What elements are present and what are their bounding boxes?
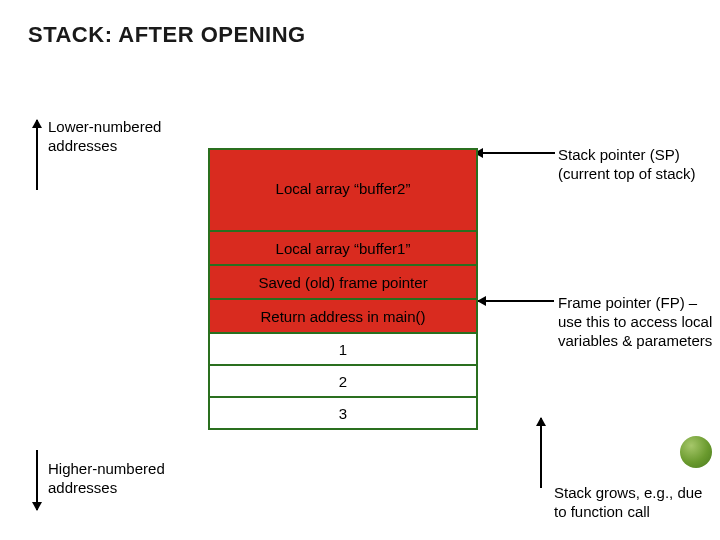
lower-addresses-label: Lower-numbered addresses xyxy=(48,118,198,156)
arrow-down-higher-icon xyxy=(36,450,38,510)
stack-cell-arg3: 3 xyxy=(208,396,478,430)
stack-pointer-label: Stack pointer (SP) (current top of stack… xyxy=(558,146,718,184)
stack-cell-label: 2 xyxy=(339,373,347,390)
stack-cell-arg1: 1 xyxy=(208,332,478,366)
stack-cell-label: Saved (old) frame pointer xyxy=(258,274,427,291)
stack-grows-label: Stack grows, e.g., due to function call xyxy=(554,484,719,522)
stack-cell-buffer2: Local array “buffer2” xyxy=(208,148,478,232)
stack-cell-label: Local array “buffer1” xyxy=(276,240,411,257)
decorative-sphere-icon xyxy=(680,436,712,468)
fp-arrow-icon xyxy=(478,300,554,302)
stack-cell-label: Local array “buffer2” xyxy=(276,180,411,197)
stack-cell-saved-fp: Saved (old) frame pointer xyxy=(208,264,478,300)
stack-cell-label: 1 xyxy=(339,341,347,358)
sp-arrow-icon xyxy=(475,152,555,154)
arrow-up-grows-icon xyxy=(540,418,542,488)
slide-title: STACK: AFTER OPENING xyxy=(28,22,306,48)
stack-cell-buffer1: Local array “buffer1” xyxy=(208,230,478,266)
higher-addresses-label: Higher-numbered addresses xyxy=(48,460,198,498)
stack-cell-return-addr: Return address in main() xyxy=(208,298,478,334)
stack-cell-label: Return address in main() xyxy=(260,308,425,325)
stack-diagram: Local array “buffer2” Local array “buffe… xyxy=(208,150,478,430)
stack-cell-arg2: 2 xyxy=(208,364,478,398)
frame-pointer-label: Frame pointer (FP) – use this to access … xyxy=(558,294,718,350)
stack-cell-label: 3 xyxy=(339,405,347,422)
arrow-up-lower-icon xyxy=(36,120,38,190)
